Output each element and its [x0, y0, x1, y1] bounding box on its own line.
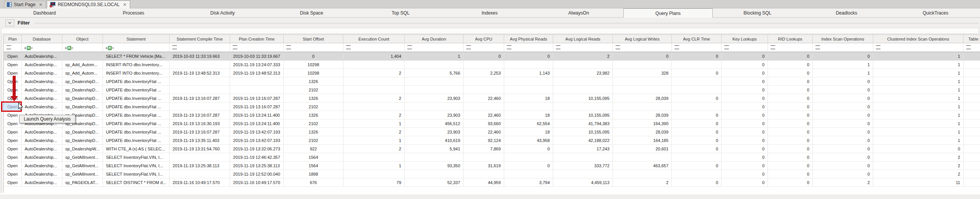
filter-cell-clustered-index-scan-operations[interactable]: [873, 43, 964, 52]
abc-filter-icon[interactable]: aBc: [65, 46, 74, 50]
equals-filter-icon[interactable]: [233, 45, 237, 49]
tab-dashboard[interactable]: Dashboard: [0, 8, 89, 17]
abc-filter-icon[interactable]: aBc: [24, 46, 33, 50]
column-header-object[interactable]: Object: [62, 35, 103, 43]
open-plan-link[interactable]: Open: [4, 153, 21, 161]
equals-filter-icon[interactable]: [507, 45, 511, 49]
column-header-execution-count[interactable]: Execution Count: [343, 35, 405, 43]
table-row[interactable]: OpenAutoDealership...sp_GetAllInvent...S…: [4, 161, 980, 170]
table-row[interactable]: OpenAutoDealership...sp_PAGEIOLAT...SELE…: [4, 178, 980, 187]
table-row[interactable]: OpenAutoDealership...sp_DealershipD...UP…: [4, 77, 980, 86]
table-row[interactable]: OpenAutoDealership...sp_DealershipD...UP…: [4, 136, 980, 145]
tab-deadlocks[interactable]: Deadlocks: [802, 8, 891, 17]
table-row[interactable]: OpenAutoDealership...sp_Add_Autom...INSE…: [4, 69, 980, 77]
table-row[interactable]: OpenAutoDealership...sp_Add_Autom...INSE…: [4, 60, 980, 69]
open-plan-link[interactable]: Open: [4, 136, 21, 145]
filter-cell-object[interactable]: aBc: [62, 43, 103, 52]
column-header-start-offset[interactable]: Start Offset: [284, 35, 343, 43]
table-row[interactable]: OpenAutoDealership...sp_DealershipD...UP…: [4, 103, 980, 111]
filter-collapse-button[interactable]: [5, 20, 14, 26]
tab-blocking-sql[interactable]: Blocking SQL: [713, 8, 802, 17]
equals-filter-icon[interactable]: [966, 45, 971, 49]
tab-processes[interactable]: Processes: [89, 8, 178, 17]
column-header-statement[interactable]: Statement: [103, 35, 169, 43]
filter-cell-table-sc[interactable]: [964, 43, 980, 52]
cell-avg-duration: 23,903: [405, 94, 464, 103]
table-row[interactable]: OpenAutoDealership...sp_DealershipD...UP…: [4, 119, 980, 128]
open-plan-link[interactable]: Open: [4, 145, 21, 153]
equals-filter-icon[interactable]: [675, 45, 679, 49]
tab-indexes[interactable]: Indexes: [445, 8, 534, 17]
filter-cell-avg-cpu[interactable]: [464, 43, 504, 52]
column-header-clustered-index-scan-operations[interactable]: Clustered Index Scan Operations: [873, 35, 964, 43]
table-row[interactable]: OpenAutoDealership...sp_DealershipD...UP…: [4, 94, 980, 103]
column-header-plan[interactable]: Plan: [4, 35, 21, 43]
column-header-rid-lookups[interactable]: RID Lookups: [768, 35, 813, 43]
document-tab-start-page[interactable]: Start Page✕: [4, 1, 46, 8]
tab-disk-activity[interactable]: Disk Activity: [178, 8, 267, 17]
equals-filter-icon[interactable]: [876, 45, 880, 49]
tab-disk-space[interactable]: Disk Space: [267, 8, 356, 17]
column-header-database[interactable]: Database: [21, 35, 62, 43]
filter-cell-avg-logical-reads[interactable]: [553, 43, 613, 52]
open-plan-link[interactable]: Open: [4, 178, 21, 187]
column-header-plan-creation-time[interactable]: Plan Creation Time: [230, 35, 284, 43]
tab-top-sql[interactable]: Top SQL: [356, 8, 445, 17]
table-row[interactable]: OpenAutoDealership...sp_DealershipD...UP…: [4, 128, 980, 136]
equals-filter-icon[interactable]: [771, 45, 775, 49]
filter-cell-avg-clr-time[interactable]: [672, 43, 722, 52]
document-tab-redmondsql03-se-local[interactable]: REDMONDSQL03.SE.LOCAL✕: [47, 0, 130, 8]
equals-filter-icon[interactable]: [346, 45, 351, 49]
equals-filter-icon[interactable]: [724, 45, 729, 49]
table-row[interactable]: OpenAutoDealership...sp_GetAllInvent...S…: [4, 170, 980, 178]
column-header-key-lookups[interactable]: Key Lookups: [722, 35, 768, 43]
equals-filter-icon[interactable]: [407, 45, 412, 49]
equals-filter-icon[interactable]: [556, 45, 560, 49]
equals-filter-icon[interactable]: [172, 45, 177, 49]
column-header-index-scan-operations[interactable]: Index Scan Operations: [813, 35, 873, 43]
equals-filter-icon[interactable]: [466, 45, 471, 49]
open-plan-link[interactable]: Open: [4, 170, 21, 178]
column-header-avg-logical-reads[interactable]: Avg Logical Reads: [553, 35, 613, 43]
open-plan-link[interactable]: Open: [4, 161, 21, 170]
tab-alwayson[interactable]: AlwaysOn: [534, 8, 623, 17]
open-plan-link[interactable]: Open: [4, 52, 21, 60]
open-plan-link[interactable]: Open: [4, 60, 21, 69]
filter-cell-avg-logical-writes[interactable]: [613, 43, 672, 52]
column-header-avg-physical-reads[interactable]: Avg Physical Reads: [504, 35, 553, 43]
column-header-statement-compile-time[interactable]: Statement Compile Time: [170, 35, 230, 43]
equals-filter-icon[interactable]: [286, 45, 291, 49]
open-plan-link[interactable]: Open: [4, 128, 21, 136]
tab-quicktraces[interactable]: QuickTraces: [891, 8, 980, 17]
filter-cell-avg-duration[interactable]: [405, 43, 464, 52]
table-row[interactable]: OpenAutoDealership...sp_GetAllInvent...S…: [4, 153, 980, 161]
filter-cell-start-offset[interactable]: [284, 43, 343, 52]
equals-filter-icon[interactable]: [7, 45, 11, 49]
filter-cell-statement-compile-time[interactable]: [170, 43, 230, 52]
table-row[interactable]: OpenAutoDealership...SELECT * FROM Vehic…: [4, 52, 980, 60]
tab-query-plans[interactable]: Query Plans: [623, 8, 713, 18]
filter-cell-statement[interactable]: aBc: [103, 43, 169, 52]
table-row[interactable]: OpenAutoDealership...sp_DealershipW...WI…: [4, 145, 980, 153]
close-icon[interactable]: ✕: [39, 3, 42, 7]
filter-cell-avg-physical-reads[interactable]: [504, 43, 553, 52]
column-header-avg-logical-writes[interactable]: Avg Logical Writes: [613, 35, 672, 43]
filter-cell-database[interactable]: aBc: [21, 43, 62, 52]
filter-cell-plan[interactable]: [4, 43, 21, 52]
column-header-avg-duration[interactable]: Avg Duration: [405, 35, 464, 43]
filter-cell-key-lookups[interactable]: [722, 43, 768, 52]
equals-filter-icon[interactable]: [815, 45, 820, 49]
filter-cell-plan-creation-time[interactable]: [230, 43, 284, 52]
column-header-avg-clr-time[interactable]: Avg CLR Time: [672, 35, 722, 43]
filter-cell-execution-count[interactable]: [343, 43, 405, 52]
abc-filter-icon[interactable]: aBc: [106, 46, 114, 50]
filter-cell-index-scan-operations[interactable]: [813, 43, 873, 52]
column-header-avg-cpu[interactable]: Avg CPU: [464, 35, 504, 43]
column-header-table-sc[interactable]: Table Sc: [964, 35, 980, 43]
table-row[interactable]: OpenAutoDealership...sp_DealershipD...UP…: [4, 86, 980, 94]
equals-filter-icon[interactable]: [616, 45, 620, 49]
cell-avg-logical-reads: 4,459,113: [553, 178, 613, 187]
close-icon[interactable]: ✕: [123, 3, 126, 7]
table-row[interactable]: OpenAutoDealership...sp_DealershipD...UP…: [4, 111, 980, 119]
filter-cell-rid-lookups[interactable]: [768, 43, 813, 52]
